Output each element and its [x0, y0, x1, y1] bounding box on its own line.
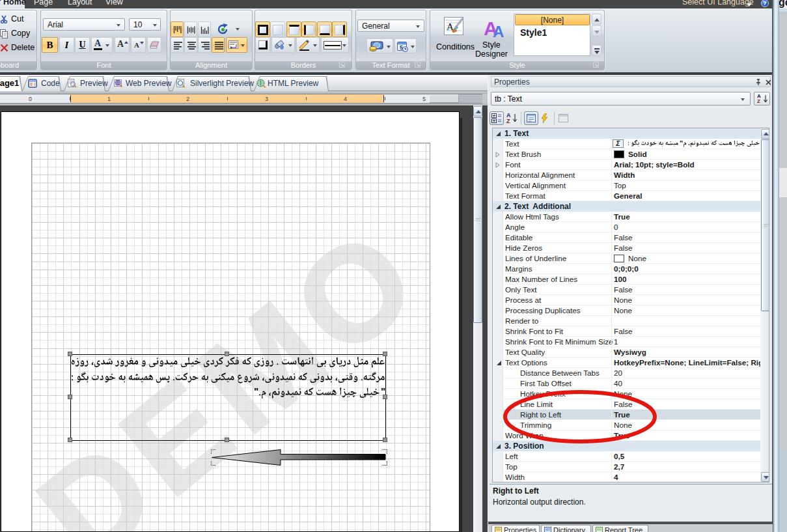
svg-text:A: A: [493, 23, 504, 38]
